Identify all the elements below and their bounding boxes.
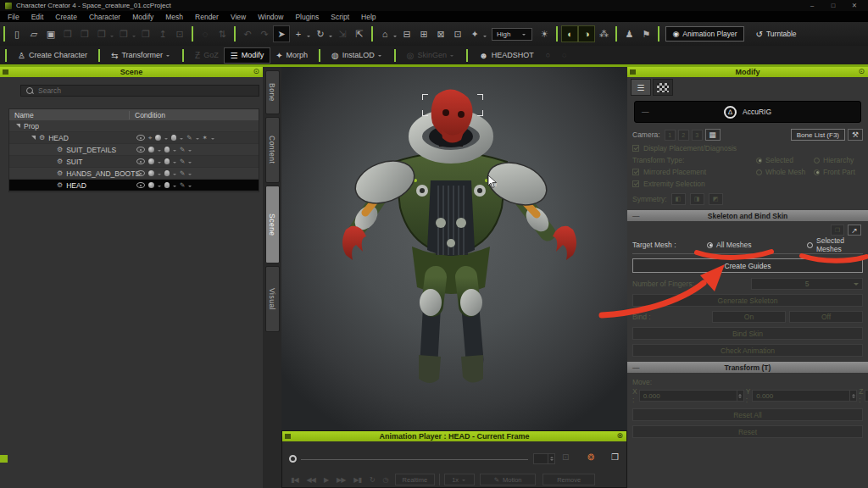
material-sphere-icon[interactable] <box>148 170 154 176</box>
export-image-icon[interactable]: ❐ <box>137 25 154 42</box>
collapse-icon[interactable]: — <box>632 212 640 220</box>
snap-tool-icon[interactable]: ⇱ <box>351 25 368 42</box>
menu-create[interactable]: Create <box>49 13 83 21</box>
screenshot-icon[interactable]: ⊡ <box>171 25 188 42</box>
remove-button[interactable]: Remove <box>542 474 595 485</box>
menu-file[interactable]: File <box>2 13 25 21</box>
play-icon[interactable]: ▶ <box>324 476 328 484</box>
create-guides-button[interactable]: Create Guides <box>632 258 863 273</box>
symmetry-z-icon[interactable]: ◩ <box>709 193 723 205</box>
light-toggle-icon[interactable]: ◑ <box>578 25 595 42</box>
edit-pen-icon[interactable]: ✎ <box>180 181 185 189</box>
reset-button[interactable]: Reset <box>632 425 863 438</box>
transform-section-bar[interactable]: — Transform (T) <box>627 362 868 373</box>
radio-all-meshes[interactable]: All Meshes <box>707 241 752 249</box>
move-tool-icon[interactable]: + <box>290 25 307 42</box>
move-x-input[interactable] <box>640 391 737 401</box>
tab-skingen[interactable]: ◎ SkinGen <box>401 48 461 63</box>
panel-dock-icon[interactable]: ⊟ <box>398 25 415 42</box>
home-view-icon[interactable]: ⌂ <box>376 25 393 42</box>
menu-edit[interactable]: Edit <box>25 13 50 21</box>
menu-character[interactable]: Character <box>83 13 126 21</box>
headshot-extra-1-icon[interactable]: ○ <box>540 48 556 62</box>
flag-icon[interactable]: ⚑ <box>637 25 654 42</box>
actor-display-icon[interactable]: ✦ <box>466 25 483 42</box>
tab-scene[interactable]: Scene <box>265 186 280 263</box>
keyframe-icon[interactable]: ⊡ <box>562 452 569 462</box>
material-sphere-icon[interactable] <box>155 135 161 141</box>
panel-preview-icon[interactable]: ⊡ <box>449 25 466 42</box>
clock-icon[interactable]: ◷ <box>383 476 388 484</box>
tab-content[interactable]: Content <box>265 117 280 183</box>
expand-triangle-icon[interactable] <box>31 136 36 140</box>
mesh-icon[interactable] <box>164 158 170 164</box>
move-y-spinbox[interactable] <box>752 390 857 402</box>
visibility-eye-icon[interactable] <box>136 182 145 188</box>
layers-icon[interactable]: ❐ <box>611 452 619 462</box>
bone-list-button[interactable]: Bone List (F3) <box>791 129 845 141</box>
menu-modify[interactable]: Modify <box>126 13 159 21</box>
calibration-icon[interactable]: ⇅ <box>214 25 231 42</box>
undo-icon[interactable]: ↶ <box>239 25 256 42</box>
accurig-section-bar[interactable]: — ∆ AccuRIG <box>634 101 861 123</box>
link-nodes-icon[interactable]: ⁂ <box>595 25 612 42</box>
menu-script[interactable]: Script <box>325 13 355 21</box>
radio-front-part[interactable]: Front Part <box>814 168 855 176</box>
move-y-input[interactable] <box>753 391 849 401</box>
symmetry-x-icon[interactable]: ◧ <box>671 193 686 205</box>
material-tab[interactable] <box>653 79 673 96</box>
expand-triangle-icon[interactable] <box>16 124 20 128</box>
tab-create-character[interactable]: ♙ Create Character <box>12 48 93 63</box>
open-project-icon[interactable]: ▱ <box>25 25 42 42</box>
panel-pin-icon[interactable]: ⊙ <box>253 67 259 75</box>
move-z-spinbox[interactable] <box>865 390 868 402</box>
extremity-selection-option[interactable]: Extremity Selection <box>632 180 863 188</box>
bind-off-button[interactable]: Off <box>789 311 863 323</box>
bind-on-button[interactable]: On <box>712 311 786 323</box>
tab-bone[interactable]: Bone <box>265 70 280 114</box>
brightness-icon[interactable]: ☀ <box>536 25 553 42</box>
save-profile-icon[interactable]: ❐ <box>831 225 844 236</box>
radio-hierarchy[interactable]: Hierarchy <box>814 156 854 164</box>
tab-transformer[interactable]: ⇆ Transformer <box>105 48 177 63</box>
tree-row-head-parent[interactable]: ⚙ HEAD ⌖ ✎ ✶ <box>9 132 259 144</box>
visibility-eye-icon[interactable] <box>136 135 145 141</box>
mesh-icon[interactable] <box>164 170 170 176</box>
select-tool-icon[interactable]: ➤ <box>273 25 290 42</box>
frame-forward-icon[interactable]: ▶▶ <box>337 476 345 484</box>
collapse-icon[interactable]: — <box>632 363 640 372</box>
move-x-spinbox[interactable] <box>639 390 744 402</box>
bind-skin-button[interactable]: Bind Skin <box>632 327 863 340</box>
export-usd-icon[interactable]: ❐ <box>115 25 132 42</box>
search-input[interactable] <box>38 86 253 95</box>
menu-plugins[interactable]: Plugins <box>289 13 325 21</box>
mesh-icon[interactable] <box>164 147 170 152</box>
camera-view-icon[interactable]: ▦ <box>705 129 721 141</box>
edit-pen-icon[interactable]: ✎ <box>180 158 185 165</box>
x-stepper[interactable] <box>737 391 743 401</box>
send-to-iclone-icon[interactable]: ↥ <box>154 25 171 42</box>
new-project-icon[interactable]: ▯ <box>8 25 25 42</box>
camera-preset-3-button[interactable]: 3 <box>692 130 703 141</box>
visibility-eye-icon[interactable] <box>136 147 145 152</box>
headshot-extra-2-icon[interactable]: ◌ <box>556 48 572 62</box>
redo-icon[interactable]: ↷ <box>256 25 273 42</box>
tree-row-head-selected[interactable]: ⚙ HEAD ✎ <box>9 180 259 191</box>
menu-view[interactable]: View <box>225 13 252 21</box>
radio-selected-meshes[interactable]: Selected Meshes <box>807 236 863 253</box>
export-profile-icon[interactable]: ↗ <box>848 225 861 236</box>
rotate-tool-icon[interactable]: ↻ <box>312 25 329 42</box>
fingers-select[interactable]: 5 <box>751 278 863 290</box>
apply-character-icon[interactable]: ◌ <box>197 25 214 42</box>
radio-whole-mesh[interactable]: Whole Mesh <box>756 168 805 176</box>
skeleton-section-bar[interactable]: — Skeleton and Bind Skin <box>627 210 868 221</box>
export-fbx-icon[interactable]: ❐ <box>93 25 110 42</box>
tree-row-hands-and-boots[interactable]: ⚙ HANDS_AND_BOOTS ✎ <box>9 168 259 180</box>
material-sphere-icon[interactable] <box>148 147 154 152</box>
frame-spinbox[interactable] <box>533 453 555 464</box>
quality-select[interactable]: High <box>492 28 532 41</box>
camera-preset-1-button[interactable]: 1 <box>665 130 676 141</box>
motion-button[interactable]: ✎ Motion <box>480 474 536 485</box>
collapse-icon[interactable]: — <box>642 108 649 116</box>
close-button[interactable]: ✕ <box>846 2 863 9</box>
